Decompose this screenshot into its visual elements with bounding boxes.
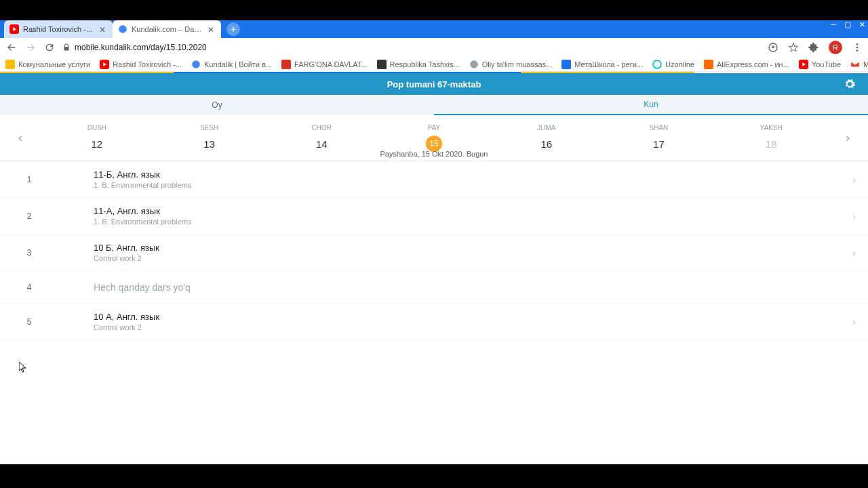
chevron-right-icon: › [852, 174, 856, 185]
forward-button[interactable] [24, 41, 37, 54]
day-pay[interactable]: PAY15 [378, 124, 490, 152]
chevron-right-icon: › [852, 211, 856, 222]
bookmark-favicon [191, 60, 201, 69]
lesson-number: 5 [12, 317, 46, 327]
lesson-row[interactable]: 3 10 Б, Англ. язык Control work 2 › [0, 235, 868, 271]
day-dush[interactable]: DUSH12 [41, 124, 153, 152]
gmail-icon [850, 60, 860, 69]
install-icon[interactable] [768, 42, 778, 53]
youtube-icon [100, 60, 109, 69]
lesson-row-empty: 4 Hech qanday dars yo'q [0, 271, 868, 304]
chevron-right-icon: › [852, 247, 856, 258]
bookmark-item[interactable]: AliExpress.com - ин... [704, 60, 789, 69]
lesson-subtitle: Control work 2 [94, 254, 852, 262]
day-juma[interactable]: JUMA16 [490, 124, 603, 152]
svg-rect-6 [5, 60, 15, 69]
tab-month[interactable]: Oy [0, 95, 434, 115]
back-button[interactable] [5, 41, 18, 54]
arrow-right-icon [25, 42, 36, 53]
svg-rect-9 [281, 60, 291, 69]
menu-icon[interactable] [852, 42, 863, 53]
svg-rect-14 [704, 60, 713, 69]
bookmark-item[interactable]: Respublika Tashxis... [377, 60, 460, 69]
bookmark-item[interactable]: FARG'ONA DAVLAT... [281, 60, 367, 69]
address-bar-actions: R [768, 41, 863, 54]
window-controls: ─ ▢ ✕ [831, 20, 865, 29]
prev-week-button[interactable]: ‹ [0, 131, 41, 145]
svg-rect-12 [561, 60, 571, 69]
url-input[interactable]: mobile.kundalik.com/day/15.10.2020 [62, 43, 761, 52]
lock-icon [62, 43, 71, 52]
bookmark-favicon [561, 60, 571, 69]
svg-point-13 [653, 60, 661, 68]
lesson-row[interactable]: 5 10 А, Англ. язык Control work 2 › [0, 304, 868, 340]
maximize-button[interactable]: ▢ [844, 20, 851, 29]
bookmark-item[interactable]: МетаШкола - реги... [561, 60, 643, 69]
lesson-body: 11-А, Англ. язык 1. B. Environmental pro… [46, 206, 852, 226]
day-yaksh[interactable]: YAKSH18 [715, 124, 827, 152]
kundalik-icon [118, 24, 127, 34]
lesson-subtitle: 1. B. Environmental problems [94, 181, 852, 189]
svg-point-8 [192, 60, 200, 68]
youtube-icon [9, 24, 19, 34]
browser-tab-kundalik[interactable]: Kundalik.com – Dars jadvali ✕ [113, 20, 221, 38]
bookmark-item[interactable]: YouTube [799, 60, 841, 69]
svg-point-5 [856, 49, 859, 52]
lesson-subtitle: Control work 2 [94, 323, 852, 331]
close-button[interactable]: ✕ [859, 20, 865, 29]
tab-title: Kundalik.com – Dars jadvali [132, 25, 203, 33]
lesson-body: 10 Б, Англ. язык Control work 2 [46, 243, 852, 262]
bookmark-item[interactable]: Uzonline [652, 60, 694, 69]
tab-close-icon[interactable]: ✕ [208, 25, 216, 33]
day-sesh[interactable]: SESH13 [153, 124, 266, 152]
extensions-icon[interactable] [808, 42, 819, 53]
bookmark-item[interactable]: Комунальные услуги [5, 60, 90, 69]
day-shan[interactable]: SHAN17 [603, 124, 715, 152]
bookmark-favicon [281, 60, 291, 69]
lesson-row[interactable]: 1 11-Б, Англ. язык 1. B. Environmental p… [0, 161, 868, 198]
next-week-button[interactable]: › [827, 131, 868, 145]
view-tabs: Oy Kun [0, 95, 868, 115]
svg-rect-10 [377, 60, 387, 69]
bookmark-item[interactable]: Mediabay - Главна... [850, 60, 868, 69]
arrow-left-icon [6, 42, 17, 53]
bookmark-favicon [377, 60, 387, 69]
tab-close-icon[interactable]: ✕ [99, 25, 107, 33]
minimize-button[interactable]: ─ [831, 20, 836, 29]
gear-icon[interactable] [844, 78, 856, 90]
profile-avatar[interactable]: R [829, 41, 842, 54]
refresh-icon [44, 42, 55, 53]
bookmark-favicon [704, 60, 713, 69]
lesson-body: 11-Б, Англ. язык 1. B. Environmental pro… [46, 169, 852, 189]
address-bar: mobile.kundalik.com/day/15.10.2020 R [0, 38, 868, 57]
bookmark-favicon [469, 60, 479, 69]
new-tab-button[interactable]: + [226, 22, 240, 36]
tab-strip: Rashid Toxirovich - YouTube ✕ Kundalik.c… [0, 20, 868, 38]
day-chor[interactable]: CHOR14 [265, 124, 378, 152]
lesson-number: 1 [12, 175, 46, 184]
days-strip: DUSH12 SESH13 CHOR14 PAY15 JUMA16 SHAN17… [41, 124, 827, 152]
browser-chrome: ─ ▢ ✕ Rashid Toxirovich - YouTube ✕ Kund… [0, 20, 868, 38]
lesson-title: 11-А, Англ. язык [94, 206, 852, 216]
lesson-title: 11-Б, Англ. язык [94, 169, 852, 180]
window-letterbox-top [0, 0, 868, 20]
lesson-subtitle: 1. B. Environmental problems [94, 218, 852, 226]
bookmark-item[interactable]: Kundalik | Войти в... [191, 60, 272, 69]
lesson-title: 10 Б, Англ. язык [94, 243, 852, 253]
tab-day[interactable]: Kun [434, 95, 868, 115]
lesson-number: 3 [12, 248, 46, 258]
bookmark-item[interactable]: Oliy ta'lim muassas... [469, 60, 553, 69]
browser-tab-youtube[interactable]: Rashid Toxirovich - YouTube ✕ [4, 20, 113, 38]
svg-point-11 [470, 60, 478, 68]
page-title: Pop tumani 67-maktab [387, 79, 481, 89]
page-content: Pop tumani 67-maktab Oy Kun ‹ DUSH12 SES… [0, 72, 868, 464]
bookmark-favicon [652, 60, 662, 69]
lesson-title: 10 А, Англ. язык [94, 312, 852, 322]
lesson-row[interactable]: 2 11-А, Англ. язык 1. B. Environmental p… [0, 198, 868, 235]
bookmark-item[interactable]: Rashid Toxirovich -... [100, 60, 182, 69]
reload-button[interactable] [43, 41, 56, 54]
url-text: mobile.kundalik.com/day/15.10.2020 [75, 43, 207, 52]
week-navigator: ‹ DUSH12 SESH13 CHOR14 PAY15 JUMA16 SHAN… [0, 115, 868, 161]
bookmark-favicon [5, 60, 15, 69]
star-icon[interactable] [788, 42, 799, 53]
